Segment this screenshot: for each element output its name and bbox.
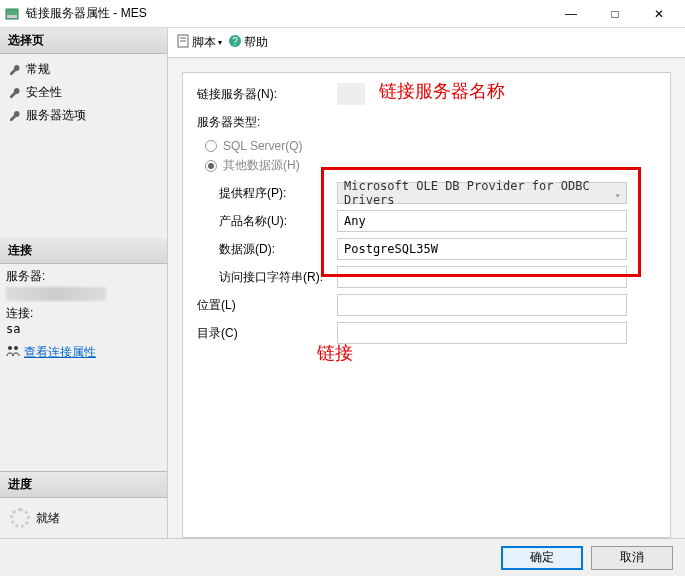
maximize-button[interactable]: □ <box>593 0 637 28</box>
nav-label: 安全性 <box>26 84 62 101</box>
server-type-label: 服务器类型: <box>197 114 337 131</box>
catalog-input[interactable] <box>337 322 627 344</box>
titlebar: 链接服务器属性 - MES — □ ✕ <box>0 0 685 28</box>
ok-button[interactable]: 确定 <box>501 546 583 570</box>
close-button[interactable]: ✕ <box>637 0 681 28</box>
toolbar: 脚本 ▾ ? 帮助 <box>168 28 685 58</box>
nav-general[interactable]: 常规 <box>0 58 167 81</box>
app-icon <box>4 6 20 22</box>
people-icon <box>6 345 20 360</box>
annotation-link: 链接 <box>317 341 353 365</box>
window-buttons: — □ ✕ <box>549 0 681 28</box>
progress-spinner-icon <box>10 508 30 528</box>
wrench-icon <box>8 86 22 100</box>
radio-sqlserver-label: SQL Server(Q) <box>223 139 303 153</box>
svg-text:?: ? <box>232 36 238 47</box>
datasource-input[interactable] <box>337 238 627 260</box>
location-label: 位置(L) <box>197 297 337 314</box>
nav-label: 服务器选项 <box>26 107 86 124</box>
chevron-down-icon: ⌄ <box>615 189 620 198</box>
help-label: 帮助 <box>244 34 268 51</box>
help-button[interactable]: ? 帮助 <box>228 34 268 51</box>
script-label: 脚本 <box>192 34 216 51</box>
server-value-redacted <box>6 287 106 301</box>
svg-rect-1 <box>7 15 17 18</box>
connection-label: 连接: <box>6 305 161 322</box>
provstring-input[interactable] <box>337 266 627 288</box>
linked-server-field[interactable] <box>337 83 365 105</box>
radio-sqlserver[interactable] <box>205 140 217 152</box>
minimize-button[interactable]: — <box>549 0 593 28</box>
wrench-icon <box>8 109 22 123</box>
form-panel: 链接服务器(N): 服务器类型: SQL Server(Q) 其他数据源(H) <box>182 72 671 538</box>
connection-value: sa <box>6 322 161 336</box>
connection-header: 连接 <box>0 238 167 264</box>
footer: 确定 取消 <box>0 538 685 576</box>
nav-server-options[interactable]: 服务器选项 <box>0 104 167 127</box>
window-title: 链接服务器属性 - MES <box>26 5 549 22</box>
product-label: 产品名称(U): <box>219 213 337 230</box>
server-label: 服务器: <box>6 268 161 285</box>
help-icon: ? <box>228 34 242 51</box>
wrench-icon <box>8 63 22 77</box>
svg-point-3 <box>14 346 18 350</box>
location-input[interactable] <box>337 294 627 316</box>
nav-security[interactable]: 安全性 <box>0 81 167 104</box>
script-button[interactable]: 脚本 ▾ <box>176 34 222 51</box>
linked-server-label: 链接服务器(N): <box>197 86 337 103</box>
progress-status: 就绪 <box>36 510 60 527</box>
script-icon <box>176 34 190 51</box>
chevron-down-icon: ▾ <box>218 38 222 47</box>
progress-header: 进度 <box>0 471 167 498</box>
sidebar: 选择页 常规 安全性 服务器选项 连接 服务器: 连接: sa 查看 <box>0 28 168 538</box>
cancel-button[interactable]: 取消 <box>591 546 673 570</box>
nav-label: 常规 <box>26 61 50 78</box>
radio-other[interactable] <box>205 160 217 172</box>
provstring-label: 访问接口字符串(R): <box>219 269 337 286</box>
provider-select[interactable]: Microsoft OLE DB Provider for ODBC Drive… <box>337 182 627 204</box>
provider-value: Microsoft OLE DB Provider for ODBC Drive… <box>344 179 615 207</box>
datasource-label: 数据源(D): <box>219 241 337 258</box>
product-input[interactable] <box>337 210 627 232</box>
svg-point-2 <box>8 346 12 350</box>
catalog-label: 目录(C) <box>197 325 337 342</box>
select-page-header: 选择页 <box>0 28 167 54</box>
provider-label: 提供程序(P): <box>219 185 337 202</box>
radio-other-label: 其他数据源(H) <box>223 157 300 174</box>
view-connection-properties-link[interactable]: 查看连接属性 <box>24 344 96 361</box>
